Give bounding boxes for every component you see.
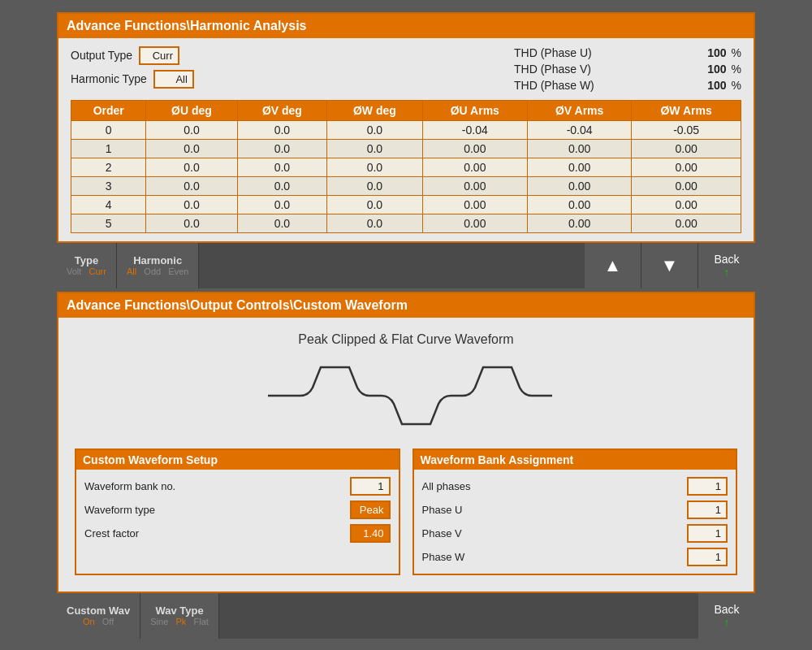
curr-label: Curr	[89, 266, 106, 276]
harmonic-type-row: Harmonic Type All	[71, 70, 194, 89]
table-cell: 0.00	[528, 139, 632, 158]
phase-u-label: Phase U	[422, 504, 463, 516]
up-arrow-button[interactable]: ▲	[585, 243, 641, 288]
table-cell: 0.00	[528, 176, 632, 195]
volt-label: Volt	[67, 266, 81, 276]
table-cell: 0.0	[237, 176, 327, 195]
table-cell: 0.00	[632, 176, 741, 195]
output-type-row: Output Type Curr	[71, 46, 194, 65]
harmonic-button[interactable]: Harmonic All Odd Even	[117, 243, 199, 288]
all-phases-row: All phases 1	[422, 474, 728, 498]
table-cell: 0.0	[237, 139, 327, 158]
type-button[interactable]: Type Volt Curr	[57, 243, 117, 288]
waveform-panel-content: Peak Clipped & Flat Curve Waveform Custo…	[58, 318, 754, 592]
down-arrow-button[interactable]: ▼	[641, 243, 698, 288]
bank-assignment-box: Waveform Bank Assignment All phases 1 Ph…	[412, 448, 738, 575]
crest-factor-label: Crest factor	[84, 527, 139, 540]
phase-w-input[interactable]: 1	[687, 548, 728, 566]
phase-v-label: Phase V	[422, 527, 462, 540]
harmonic-panel: Advance Functions\Harmonic Analysis Outp…	[57, 12, 755, 243]
table-cell: 0.00	[632, 139, 741, 158]
waveform-type-input[interactable]: Peak	[350, 500, 391, 519]
thd-w-value: 100	[707, 79, 726, 92]
harmonic-options: All Odd Even	[127, 266, 188, 276]
phase-u-input[interactable]: 1	[687, 500, 728, 519]
table-cell: 0.00	[528, 158, 632, 176]
phase-v-row: Phase V 1	[422, 522, 728, 545]
table-cell: -0.04	[528, 120, 632, 139]
custom-wav-button[interactable]: Custom Wav On Off	[57, 593, 140, 639]
crest-factor-input[interactable]: 1.40	[350, 524, 391, 543]
phase-u-row: Phase U 1	[422, 498, 728, 522]
all-phases-input[interactable]: 1	[687, 477, 728, 496]
toolbar2: Custom Wav On Off Wav Type Sine Pk Flat …	[57, 593, 755, 639]
harmonic-type-label: Harmonic Type	[71, 72, 147, 85]
table-cell: 0.0	[327, 120, 422, 139]
type-options: Volt Curr	[67, 266, 106, 276]
phase-v-input[interactable]: 1	[687, 524, 728, 543]
col-ov-deg: ØV deg	[237, 100, 327, 120]
harmonic-panel-content: Output Type Curr Harmonic Type All THD (…	[58, 38, 754, 241]
back-button-1[interactable]: Back ↑	[698, 243, 755, 288]
table-cell: 0.00	[422, 195, 527, 214]
col-ow-arms: ØW Arms	[632, 100, 741, 120]
table-cell: 0	[71, 120, 146, 139]
bank-assignment-header: Waveform Bank Assignment	[414, 450, 736, 470]
thd-u-unit: %	[732, 46, 741, 59]
table-cell: 0.00	[632, 195, 741, 214]
table-cell: 0.0	[237, 120, 327, 139]
thd-u-row: THD (Phase U) 100 %	[514, 46, 741, 59]
even-label: Even	[168, 266, 188, 276]
waveform-display	[71, 351, 741, 440]
table-cell: 0.0	[146, 139, 237, 158]
table-cell: 0.0	[327, 176, 422, 195]
bank-no-row: Waveform bank no. 1	[84, 474, 391, 498]
table-cell: 0.0	[146, 214, 237, 232]
table-cell: 0.0	[327, 139, 422, 158]
waveform-subtitle: Peak Clipped & Flat Curve Waveform	[71, 332, 741, 347]
thd-w-unit: %	[732, 79, 741, 92]
table-cell: 0.00	[422, 139, 527, 158]
table-cell: 4	[71, 195, 146, 214]
pk-label: Pk	[175, 617, 186, 626]
table-cell: 0.0	[237, 195, 327, 214]
table-cell: 0.0	[146, 120, 237, 139]
table-row: 10.00.00.00.000.000.00	[71, 139, 741, 158]
table-row: 00.00.00.0-0.04-0.04-0.05	[71, 120, 741, 139]
harmonic-type-input[interactable]: All	[153, 70, 194, 89]
table-row: 30.00.00.00.000.000.00	[71, 176, 741, 195]
table-row: 20.00.00.00.000.000.00	[71, 158, 741, 176]
table-cell: 0.0	[237, 158, 327, 176]
bank-no-input[interactable]: 1	[350, 477, 391, 496]
type-label: Type	[75, 254, 98, 266]
bank-assignment-content: All phases 1 Phase U 1 Phase V 1 Phase	[414, 470, 736, 574]
sine-label: Sine	[150, 617, 168, 626]
output-type-input[interactable]: Curr	[139, 46, 179, 65]
thd-v-unit: %	[732, 63, 741, 76]
harmonic-label: Harmonic	[133, 254, 182, 266]
table-cell: -0.05	[632, 120, 741, 139]
toolbar1: Type Volt Curr Harmonic All Odd Even ▲ ▼…	[57, 243, 755, 288]
table-cell: 0.0	[327, 195, 422, 214]
custom-waveform-setup: Custom Waveform Setup Waveform bank no. …	[75, 448, 400, 575]
crest-factor-row: Crest factor 1.40	[84, 522, 391, 545]
wav-type-button[interactable]: Wav Type Sine Pk Flat	[140, 593, 219, 639]
table-cell: 0.00	[422, 158, 527, 176]
table-cell: 5	[71, 214, 146, 232]
back-button-2[interactable]: Back ↑	[698, 593, 755, 639]
thd-v-label: THD (Phase V)	[514, 63, 707, 76]
custom-wav-options: On Off	[83, 617, 114, 626]
wav-type-label: Wav Type	[155, 604, 203, 617]
col-ov-arms: ØV Arms	[528, 100, 632, 120]
table-cell: 0.0	[327, 158, 422, 176]
type-fields: Output Type Curr Harmonic Type All	[71, 46, 194, 89]
table-row: 50.00.00.00.000.000.00	[71, 214, 741, 232]
col-order: Order	[71, 100, 146, 120]
bank-no-label: Waveform bank no.	[84, 480, 175, 492]
waveform-svg	[260, 351, 552, 440]
table-cell: 0.0	[237, 214, 327, 232]
thd-w-label: THD (Phase W)	[514, 79, 707, 92]
odd-label: Odd	[144, 266, 161, 276]
col-ou-arms: ØU Arms	[422, 100, 527, 120]
on-label: On	[83, 617, 95, 626]
